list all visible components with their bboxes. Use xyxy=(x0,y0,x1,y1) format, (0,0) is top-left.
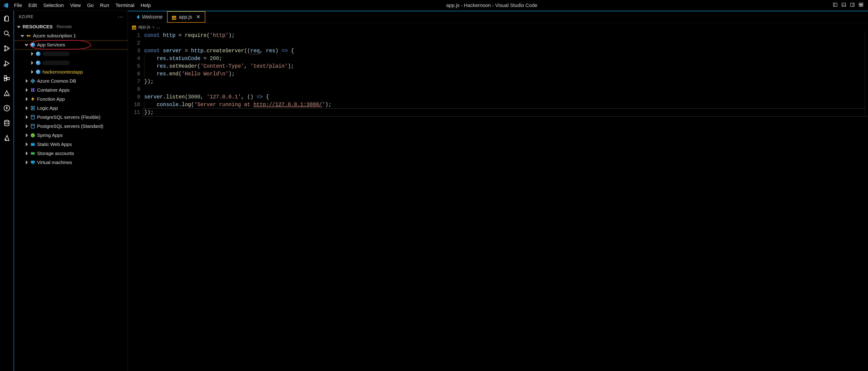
tab-appjs[interactable]: JS app.js ✕ xyxy=(167,11,205,23)
svg-rect-29 xyxy=(33,88,34,90)
globe-icon xyxy=(36,69,41,75)
tree-resource-type[interactable]: PostgreSQL servers (Flexible) xyxy=(14,113,128,122)
key-icon xyxy=(26,33,31,38)
svg-point-13 xyxy=(4,50,6,51)
static-icon xyxy=(30,142,35,147)
tree-resource-type[interactable]: Logic App xyxy=(14,104,128,113)
svg-point-26 xyxy=(31,80,35,82)
tab-label: Welcome xyxy=(142,14,162,20)
globe-icon xyxy=(30,42,35,47)
chevron-right-icon xyxy=(25,106,29,111)
source-control-icon[interactable] xyxy=(3,45,10,52)
cosmos-icon xyxy=(30,79,35,84)
code-editor[interactable]: 1234567891011 const http = require('http… xyxy=(128,31,868,116)
tree-resource-type[interactable]: Storage accounts xyxy=(14,149,128,158)
menu-view[interactable]: View xyxy=(70,2,81,8)
resource-type-label: Function App xyxy=(37,96,65,102)
chevron-right-icon xyxy=(25,78,29,84)
tree-resource-type[interactable]: Function App xyxy=(14,94,128,104)
minimap[interactable] xyxy=(865,31,868,116)
tree-resource-type[interactable]: Spring Apps xyxy=(14,131,128,140)
menu-help[interactable]: Help xyxy=(141,2,151,8)
atlassian-icon[interactable] xyxy=(3,90,10,97)
svg-rect-24 xyxy=(30,35,30,37)
chevron-right-icon xyxy=(25,151,29,156)
chevron-right-icon xyxy=(25,87,29,93)
database-icon[interactable] xyxy=(3,119,10,127)
more-actions-icon[interactable]: ··· xyxy=(118,13,124,20)
customize-layout-icon[interactable] xyxy=(859,2,864,8)
tab-label: app.js xyxy=(179,14,192,20)
close-icon[interactable]: ✕ xyxy=(196,14,200,20)
svg-point-38 xyxy=(31,133,35,137)
svg-rect-33 xyxy=(31,106,35,108)
logic-icon xyxy=(30,106,35,111)
chevron-right-icon xyxy=(25,133,29,138)
storage-icon xyxy=(30,151,35,156)
svg-point-14 xyxy=(8,48,9,49)
main-menu: File Edit Selection View Go Run Terminal… xyxy=(14,2,151,8)
toggle-secondary-sidebar-icon[interactable] xyxy=(850,2,855,8)
activity-bar xyxy=(0,11,13,371)
section-suffix: Remote xyxy=(57,24,72,29)
azure-functions-icon[interactable] xyxy=(3,105,10,112)
section-resources[interactable]: RESOURCES Remote xyxy=(14,22,128,31)
menu-edit[interactable]: Edit xyxy=(28,2,37,8)
svg-rect-40 xyxy=(31,143,35,144)
tree-resource-type[interactable]: PostgreSQL servers (Standard) xyxy=(14,122,128,131)
menu-terminal[interactable]: Terminal xyxy=(116,2,134,8)
chevron-right-icon xyxy=(25,123,29,129)
toggle-sidebar-icon[interactable] xyxy=(833,2,838,8)
svg-rect-18 xyxy=(4,79,6,81)
spring-icon xyxy=(30,133,35,138)
vscode-logo-icon xyxy=(3,2,8,8)
chevron-right-icon xyxy=(30,60,34,66)
menu-selection[interactable]: Selection xyxy=(43,2,64,8)
globe-icon xyxy=(36,51,41,56)
tree-resource-type[interactable]: Azure Cosmos DB xyxy=(14,77,128,86)
breadcrumbs[interactable]: JS app.js › ... xyxy=(128,23,868,31)
svg-rect-19 xyxy=(7,77,9,80)
tree-app-service-item[interactable] xyxy=(14,58,128,67)
explorer-icon[interactable] xyxy=(3,15,10,22)
svg-rect-34 xyxy=(31,109,35,110)
tree-app-service-item[interactable] xyxy=(14,49,128,58)
tab-welcome[interactable]: Welcome xyxy=(131,11,167,23)
subscription-label: Azure subscription 1 xyxy=(33,33,76,38)
menu-run[interactable]: Run xyxy=(100,2,109,8)
breadcrumb-file: app.js xyxy=(138,24,150,29)
sidepanel-title: AZURE xyxy=(19,15,33,19)
line-numbers: 1234567891011 xyxy=(128,32,144,116)
resource-type-label: Virtual machines xyxy=(37,160,72,165)
tree-resource-type[interactable]: Virtual machines xyxy=(14,158,128,167)
svg-rect-43 xyxy=(31,161,35,163)
svg-rect-9 xyxy=(861,5,863,6)
svg-rect-2 xyxy=(842,3,846,6)
svg-rect-44 xyxy=(32,164,33,164)
chevron-right-icon xyxy=(30,51,34,57)
section-label: RESOURCES xyxy=(23,24,53,29)
tree-resource-type[interactable]: Container Apps xyxy=(14,86,128,94)
resource-type-label: Logic App xyxy=(37,106,58,111)
tree-app-service-item[interactable]: hackernoontestapp xyxy=(14,67,128,77)
svg-rect-8 xyxy=(859,5,861,6)
menu-go[interactable]: Go xyxy=(87,2,94,8)
editor-area: Welcome JS app.js ✕ JS app.js › ... 1234… xyxy=(128,11,868,371)
tree-resource-type[interactable]: Static Web Apps xyxy=(14,140,128,149)
redacted-label xyxy=(42,61,70,65)
search-icon[interactable] xyxy=(3,30,10,37)
toggle-panel-icon[interactable] xyxy=(841,2,846,8)
db-icon xyxy=(30,115,35,120)
tree-subscription[interactable]: Azure subscription 1 xyxy=(14,31,128,40)
menu-file[interactable]: File xyxy=(14,2,22,8)
svg-point-21 xyxy=(4,120,9,122)
svg-marker-32 xyxy=(31,97,35,101)
globe-icon xyxy=(36,60,41,65)
run-debug-icon[interactable] xyxy=(3,60,10,67)
code-lines[interactable]: const http = require('http');const serve… xyxy=(144,32,868,116)
extensions-icon[interactable] xyxy=(3,75,10,82)
tree-app-services[interactable]: App Services xyxy=(14,40,128,49)
azure-icon[interactable] xyxy=(3,134,10,142)
resource-type-label: Container Apps xyxy=(37,87,70,93)
svg-rect-42 xyxy=(31,152,35,153)
